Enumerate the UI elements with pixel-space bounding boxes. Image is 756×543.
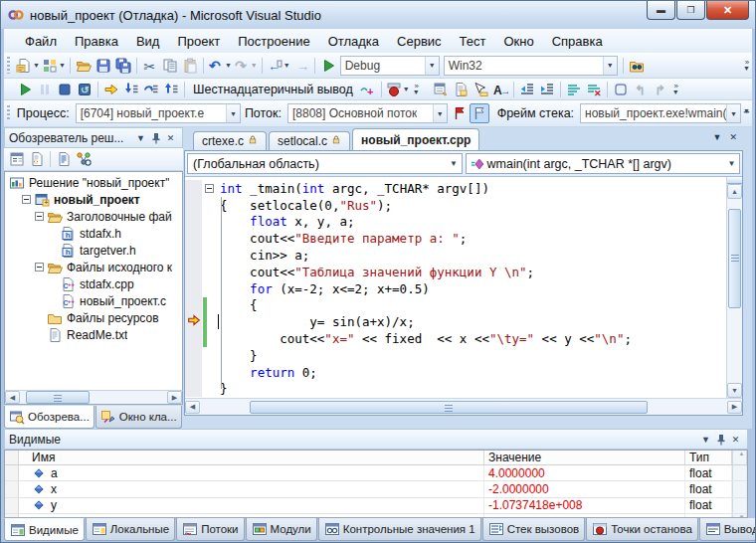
scroll-up-icon[interactable]: ▲	[739, 451, 745, 456]
document-tab[interactable]: setlocal.c	[269, 131, 350, 150]
code-line[interactable]: {	[185, 297, 726, 314]
tree-expander[interactable]	[35, 212, 44, 221]
variable-name-cell[interactable]: a	[19, 465, 484, 480]
tree-item[interactable]: +новый_проект	[5, 191, 182, 208]
tree-item[interactable]: Заголовочные фай	[5, 208, 182, 225]
scroll-up-icon[interactable]: ▲	[727, 184, 742, 199]
insert-snippet-button[interactable]	[451, 80, 471, 99]
editor-vertical-scrollbar[interactable]: ▲ ▼	[726, 177, 742, 398]
indicator-margin[interactable]	[185, 313, 202, 330]
menu-item[interactable]: Файл	[16, 31, 66, 52]
bottom-tab[interactable]: Локальные	[86, 518, 175, 541]
code-line[interactable]: cout<<"Введите параметр a: ";	[185, 230, 726, 247]
maximize-button[interactable]: ❐	[676, 1, 705, 20]
toolbar-overflow-button[interactable]: ▼▔	[743, 108, 750, 119]
bottom-tab[interactable]: Точки останова	[586, 518, 698, 541]
code-line[interactable]: }	[185, 381, 726, 398]
scrollbar-thumb[interactable]	[250, 401, 648, 414]
code-line[interactable]: int _tmain(int argc, _TCHAR* argv[])	[185, 180, 726, 197]
splitter-handle[interactable]	[727, 177, 742, 184]
fold-margin[interactable]	[202, 280, 216, 297]
chevron-down-icon[interactable]: ▼	[447, 154, 462, 173]
fold-margin[interactable]	[202, 297, 216, 314]
code-text[interactable]: for (x=-2; x<=2; x+=0.5)	[216, 281, 430, 296]
decrease-indent-button[interactable]	[517, 80, 537, 99]
hex-display-button[interactable]: Шестнадцатеричный вывод	[188, 80, 358, 99]
code-text[interactable]: cout<<"x=" << fixed << x <<"\ty=" << y <…	[216, 331, 632, 346]
breakpoints-window-button[interactable]: ▼	[385, 80, 411, 99]
variable-type-cell[interactable]: float	[685, 465, 732, 480]
variable-row[interactable]: x-2.0000000float	[5, 481, 747, 497]
code-text[interactable]: }	[216, 348, 258, 363]
column-header-value[interactable]: Значение	[484, 451, 685, 464]
configuration-combo[interactable]: Debug▼	[340, 56, 440, 76]
code-text[interactable]: y= sin(a+x)/x;	[216, 314, 415, 329]
tree-item[interactable]: Файлы исходного к	[5, 259, 182, 275]
flag-threads-button[interactable]	[450, 103, 470, 123]
row-gutter[interactable]	[5, 465, 19, 480]
variable-name-cell[interactable]: x	[19, 481, 484, 496]
stop-debugging-button[interactable]	[55, 80, 75, 99]
chevron-down-icon[interactable]: ▼	[403, 86, 410, 92]
fold-margin[interactable]	[202, 364, 216, 381]
auto-hide-pin-button[interactable]	[713, 432, 728, 447]
members-combo[interactable]: wmain(int argc, _TCHAR *[] argv) ▼	[466, 153, 741, 174]
cut-button[interactable]: ✂	[140, 56, 160, 76]
toggle-bookmark-button[interactable]	[611, 80, 631, 99]
code-line[interactable]: { setlocale(0,"Rus");	[185, 197, 726, 214]
chevron-down-icon[interactable]: ▼	[433, 104, 447, 122]
fold-margin[interactable]	[202, 381, 216, 398]
variable-type-cell[interactable]: float	[685, 498, 732, 513]
window-menu-button[interactable]: ▼	[698, 432, 713, 447]
code-area[interactable]: int _tmain(int argc, _TCHAR* argv[]){ se…	[185, 177, 742, 398]
thread-combo[interactable]: [8808] Основной поток▼	[287, 103, 448, 123]
bottom-tab[interactable]: Контрольные значения 1	[318, 518, 481, 541]
types-combo[interactable]: (Глобальная область)▼	[187, 153, 463, 174]
side-tab-class-view[interactable]: Окно кла...	[95, 406, 182, 429]
close-document-button[interactable]: ✕	[729, 132, 737, 142]
standard-toolbar-overflow[interactable]: ››▼	[743, 60, 750, 72]
menu-item[interactable]: Окно	[494, 31, 542, 52]
save-all-button[interactable]	[113, 56, 133, 76]
fold-margin[interactable]	[202, 214, 216, 231]
tree-item[interactable]: ReadMe.txt	[5, 326, 182, 343]
menu-item[interactable]: Проект	[168, 31, 229, 52]
indicator-margin[interactable]	[185, 214, 202, 231]
variable-type-cell[interactable]: float	[685, 481, 732, 496]
bottom-tab[interactable]: Видимые	[4, 518, 85, 541]
scroll-right-icon[interactable]: ▶	[167, 391, 182, 404]
menu-item[interactable]: Тест	[451, 31, 495, 52]
menu-item[interactable]: Правка	[66, 31, 127, 52]
autos-header[interactable]: Видимые ▼ ✕	[4, 429, 748, 450]
indicator-margin[interactable]	[185, 330, 202, 347]
scrollbar-thumb[interactable]	[728, 209, 741, 308]
chevron-down-icon[interactable]: ▼	[724, 154, 739, 173]
tree-horizontal-scrollbar[interactable]: ◀ ▶	[4, 390, 183, 405]
save-button[interactable]	[94, 56, 113, 76]
indicator-margin[interactable]	[185, 180, 202, 197]
tree-expander[interactable]	[22, 195, 31, 204]
code-text[interactable]: return 0;	[216, 365, 317, 380]
variable-value-cell[interactable]: -1.0737418e+008	[484, 498, 685, 513]
row-gutter[interactable]	[5, 498, 19, 513]
tree-item[interactable]: htargetver.h	[5, 242, 182, 259]
watch-button[interactable]: +	[358, 80, 378, 99]
chevron-down-icon[interactable]: ▼	[226, 104, 240, 122]
indicator-margin[interactable]	[185, 297, 202, 314]
variable-value-cell[interactable]: -2.0000000	[484, 481, 685, 496]
code-text[interactable]: float x, y, a;	[216, 214, 354, 229]
scroll-right-icon[interactable]: ▶	[727, 401, 742, 414]
code-line[interactable]: cin>> a;	[185, 247, 726, 264]
undo-button[interactable]: ↶▼	[207, 56, 233, 76]
show-all-files-button[interactable]	[27, 149, 47, 169]
fold-margin[interactable]	[202, 264, 216, 280]
chevron-down-icon[interactable]: ▼	[425, 57, 439, 75]
navigate-forward-button[interactable]: →	[291, 56, 311, 76]
bottom-tab[interactable]: Потоки	[176, 518, 244, 541]
code-text[interactable]: int _tmain(int argc, _TCHAR* argv[])	[216, 181, 489, 196]
close-panel-button[interactable]: ✕	[728, 432, 743, 447]
code-line[interactable]: cout<<"Таблица значений функции Y \n";	[185, 264, 726, 280]
menu-item[interactable]: Построение	[229, 31, 318, 52]
show-next-statement-button[interactable]	[101, 80, 121, 99]
scrollbar-track[interactable]	[20, 391, 167, 404]
